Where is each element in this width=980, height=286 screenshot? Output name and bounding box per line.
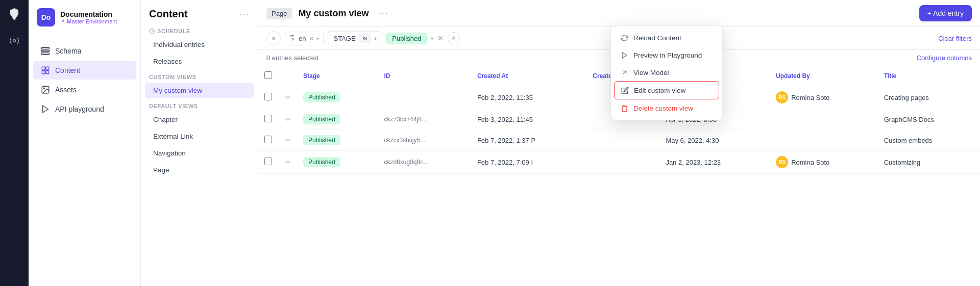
row-checkbox[interactable] <box>264 158 272 165</box>
page-badge: Page <box>266 8 292 19</box>
row-stage: Published <box>297 109 378 130</box>
edit-row-icon[interactable]: ✏ <box>285 136 291 144</box>
external-link-link[interactable]: External Link <box>145 128 254 144</box>
row-title: Customizing <box>878 151 980 174</box>
content-sidebar: Content ··· Schedule Individual entries … <box>141 0 258 286</box>
content-more-button[interactable]: ··· <box>239 9 250 19</box>
row-id: ckz73bx744j8... <box>378 109 471 130</box>
chevron-down-icon: ▾ <box>431 36 433 41</box>
select-all-checkbox[interactable] <box>264 71 272 79</box>
workspace-header[interactable]: Do Documentation Master Environment <box>29 0 140 35</box>
entries-selected-count: 0 entries selected <box>266 54 318 62</box>
row-created-by: - <box>586 130 659 151</box>
secondary-sidebar: Do Documentation Master Environment Sche… <box>29 0 141 286</box>
main-toolbar: Page My custom view ··· + Add entry <box>258 0 980 27</box>
main-navigation: Schema Content Assets API playground <box>29 35 140 125</box>
table-row: ✏ Published ckzd8xug0q8n... Feb 7, 2022,… <box>258 151 980 174</box>
releases-link[interactable]: Releases <box>145 54 254 69</box>
add-filter-button[interactable]: + <box>448 32 460 44</box>
svg-rect-4 <box>42 67 45 70</box>
title-col-header[interactable]: Title <box>878 66 980 86</box>
custom-views-section-label: Custom Views <box>141 70 258 82</box>
dropdown-preview-label: Preview in Playground <box>633 51 702 59</box>
trash-icon <box>620 104 628 112</box>
row-updated-at: May 6, 2022, 4:30 <box>659 130 770 151</box>
avatar: RS <box>776 156 788 168</box>
sidebar-item-label: API playground <box>55 105 104 113</box>
created-at-col-header[interactable]: Created At <box>471 66 586 86</box>
main-area: Page My custom view ··· + Add entry « en… <box>258 0 980 286</box>
sidebar-item-api[interactable]: API playground <box>33 100 136 118</box>
workspace-name: Documentation <box>60 10 117 18</box>
row-stage: Published <box>297 151 378 174</box>
stage-badge: Published <box>303 114 340 124</box>
edit-row-icon[interactable]: ✏ <box>285 158 291 166</box>
row-title: Custom embeds <box>878 130 980 151</box>
dropdown-preview[interactable]: Preview in Playground <box>614 46 719 64</box>
arrow-diagonal-icon <box>620 68 628 76</box>
sidebar-item-label: Content <box>55 66 80 74</box>
stage-label: STAGE <box>333 35 355 42</box>
chapter-link[interactable]: Chapter <box>145 112 254 127</box>
edit-row-icon[interactable]: ✏ <box>285 93 291 101</box>
clear-filters-button[interactable]: Clear filters <box>938 35 972 42</box>
reload-icon <box>620 34 628 42</box>
svg-marker-10 <box>43 106 48 113</box>
svg-point-0 <box>13 40 16 42</box>
dropdown-view-model-label: View Model <box>633 69 669 76</box>
id-col-header[interactable]: ID <box>378 66 471 86</box>
row-id: ckzd8xug0q8n... <box>378 151 471 174</box>
row-checkbox-cell[interactable] <box>258 151 279 174</box>
dropdown-reload-label: Reload Content <box>633 34 681 42</box>
sidebar-item-content[interactable]: Content <box>33 61 136 80</box>
filter-clear-icon[interactable]: ✕ <box>437 34 444 42</box>
select-all-header[interactable] <box>258 66 279 86</box>
chevron-down-icon: ▾ <box>374 36 377 41</box>
stage-badge: Published <box>303 157 340 167</box>
row-updated-at: Jan 2, 2023, 12:23 <box>659 151 770 174</box>
row-edit-cell[interactable]: ✏ <box>279 151 297 174</box>
stage-badge: Published <box>303 92 340 102</box>
row-edit-cell[interactable]: ✏ <box>279 130 297 151</box>
language-value: en <box>299 35 306 42</box>
row-checkbox[interactable] <box>264 93 272 100</box>
dropdown-edit-label: Edit custom view <box>634 87 685 94</box>
language-filter[interactable]: en ✕ ▾ <box>285 32 324 45</box>
icon-sidebar-item[interactable] <box>4 31 24 51</box>
row-checkbox-cell[interactable] <box>258 130 279 151</box>
app-logo <box>6 6 22 22</box>
row-edit-cell[interactable]: ✏ <box>279 109 297 130</box>
row-checkbox[interactable] <box>264 136 272 143</box>
edit-row-icon[interactable]: ✏ <box>285 115 291 123</box>
configure-columns-button[interactable]: Configure columns <box>917 54 972 62</box>
svg-rect-2 <box>42 50 50 52</box>
row-created-by: - <box>586 151 659 174</box>
my-custom-view-link[interactable]: My custom view <box>145 83 254 98</box>
add-entry-button[interactable]: + Add entry <box>919 5 972 21</box>
row-checkbox-cell[interactable] <box>258 109 279 130</box>
updated-by-col-header[interactable]: Updated By <box>770 66 878 86</box>
dropdown-reload[interactable]: Reload Content <box>614 29 719 46</box>
table-row: ✏ Published ckzcx3shcjy5... Feb 7, 2022,… <box>258 130 980 151</box>
row-checkbox-cell[interactable] <box>258 86 279 109</box>
stage-col-header[interactable]: Stage <box>297 66 378 86</box>
navigation-link[interactable]: Navigation <box>145 145 254 161</box>
row-title: Creating pages <box>878 86 980 109</box>
row-edit-cell[interactable]: ✏ <box>279 86 297 109</box>
collapse-button[interactable]: « <box>266 31 281 45</box>
page-link[interactable]: Page <box>145 162 254 178</box>
individual-entries-link[interactable]: Individual entries <box>145 37 254 53</box>
svg-rect-5 <box>46 67 49 70</box>
row-id: ckzcx3shcjy5... <box>378 130 471 151</box>
row-updated-by: RSRomina Soto <box>770 151 878 174</box>
dropdown-delete-view[interactable]: Delete custom view <box>614 99 719 117</box>
language-filter-close[interactable]: ✕ <box>309 35 314 42</box>
view-more-button[interactable]: ··· <box>375 6 391 21</box>
row-checkbox[interactable] <box>264 115 272 122</box>
published-filter-value: Published <box>386 33 427 44</box>
stage-filter[interactable]: STAGE is ▾ <box>328 31 382 45</box>
sidebar-item-assets[interactable]: Assets <box>33 81 136 99</box>
dropdown-edit-view[interactable]: Edit custom view <box>614 81 719 99</box>
dropdown-view-model[interactable]: View Model <box>614 64 719 81</box>
sidebar-item-schema[interactable]: Schema <box>33 42 136 60</box>
